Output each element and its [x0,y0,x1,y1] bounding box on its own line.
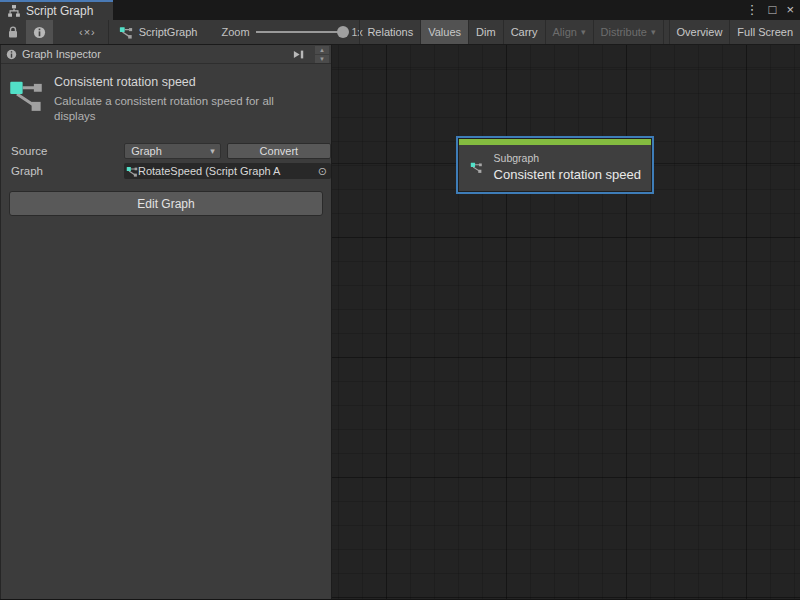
script-graph-node-icon [126,165,138,177]
inspector-form: Source Graph Convert Graph RotateSpeed (… [1,141,331,216]
source-dropdown[interactable]: Graph [124,143,220,159]
subgraph-icon [8,76,44,112]
info-icon [33,26,46,39]
full-screen-button[interactable]: Full Screen [730,20,800,44]
node-title: Consistent rotation speed [494,167,641,182]
graph-inspector-header: Graph Inspector ▲ ▼ [1,45,331,64]
object-picker-icon[interactable]: ⊙ [315,165,330,178]
subgraph-icon [470,152,483,182]
main-area: Graph Inspector ▲ ▼ Consistent ro [0,45,800,600]
tab-script-graph[interactable]: Script Graph [0,0,113,20]
toolbar-right-group: Relations Values Dim Carry Align Distrib… [359,20,800,44]
subgraph-node[interactable]: Subgraph Consistent rotation speed [456,136,654,194]
graph-inspector-title: Graph Inspector [22,48,101,60]
graph-field-label: Graph [11,165,124,177]
overview-button[interactable]: Overview [670,20,730,44]
window-tab-bar: Script Graph ⋮ □ × [0,0,800,20]
tab-label: Script Graph [26,4,93,18]
source-dropdown-value: Graph [131,145,162,157]
variables-icon: ‹×› [79,26,96,38]
graph-breadcrumb-label: ScriptGraph [139,26,198,38]
source-row: Source Graph Convert [1,141,331,161]
node-type-label: Subgraph [494,152,641,164]
close-icon[interactable]: × [786,0,794,20]
zoom-slider-handle[interactable] [337,26,349,38]
panel-up-button[interactable]: ▲ [315,46,329,54]
graph-hierarchy-icon [7,4,21,18]
distribute-dropdown[interactable]: Distribute [594,20,663,44]
edit-graph-button[interactable]: Edit Graph [9,191,323,216]
source-label: Source [11,145,124,157]
values-button[interactable]: Values [421,20,468,44]
carry-button[interactable]: Carry [504,20,545,44]
graph-inspector-panel: Graph Inspector ▲ ▼ Consistent ro [0,45,332,599]
info-icon [6,49,17,60]
variables-toggle-button[interactable]: ‹×› [67,20,108,44]
dock-panel-button[interactable] [289,48,308,61]
graph-object-value: RotateSpeed (Script Graph A [138,165,315,177]
dock-right-icon [292,48,305,61]
inspector-toggle-button[interactable] [26,20,53,44]
lock-button[interactable] [0,20,26,44]
toolbar: ‹×› ScriptGraph Zoom 1x Relations Values… [0,20,800,45]
graph-info-section: Consistent rotation speed Calculate a co… [1,64,331,127]
convert-button[interactable]: Convert [227,143,331,159]
graph-info-text: Consistent rotation speed Calculate a co… [54,73,312,123]
graph-canvas[interactable]: Subgraph Consistent rotation speed [332,45,800,599]
panel-down-button[interactable]: ▼ [315,55,329,63]
dim-button[interactable]: Dim [469,20,503,44]
graph-breadcrumb[interactable]: ScriptGraph [109,20,208,44]
align-dropdown[interactable]: Align [546,20,593,44]
graph-title: Consistent rotation speed [54,75,312,89]
panel-reorder-spinner: ▲ ▼ [315,46,329,63]
zoom-slider[interactable] [256,31,346,33]
graph-object-field[interactable]: RotateSpeed (Script Graph A ⊙ [124,163,331,179]
window-menu-icon[interactable]: ⋮ [746,0,759,20]
graph-description: Calculate a consistent rotation speed fo… [54,94,312,123]
lock-icon [7,26,19,39]
zoom-label: Zoom [221,20,249,44]
window-controls: ⋮ □ × [746,0,794,20]
graph-field-row: Graph RotateSpeed (Script Graph A ⊙ [1,161,331,181]
node-body: Subgraph Consistent rotation speed [459,145,651,191]
relations-button[interactable]: Relations [360,20,420,44]
node-text: Subgraph Consistent rotation speed [494,152,641,182]
maximize-icon[interactable]: □ [769,0,777,20]
script-graph-node-icon [119,25,133,39]
